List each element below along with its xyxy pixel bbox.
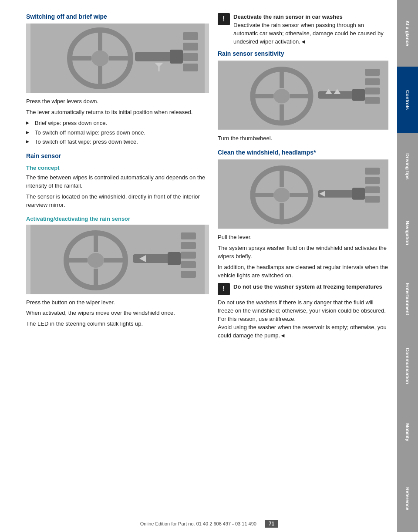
activating-para-1: Press the button on the wiper lever. — [26, 299, 209, 307]
svg-rect-38 — [352, 89, 365, 101]
sidebar-item-driving-tips[interactable]: Driving tips — [397, 133, 418, 200]
clean-para-3: In addition, the headlamps are cleaned a… — [218, 263, 388, 280]
svg-rect-56 — [365, 177, 380, 184]
svg-rect-25 — [181, 232, 196, 239]
svg-rect-11 — [183, 32, 198, 40]
svg-rect-53 — [352, 188, 365, 200]
sidebar-item-controls[interactable]: Controls — [397, 67, 418, 133]
activating-para-2: When activated, the wipers move over the… — [26, 309, 209, 317]
clean-windshield-image — [218, 159, 388, 229]
svg-rect-28 — [181, 261, 196, 268]
section-title-clean: Clean the windshield, headlamps* — [218, 149, 388, 156]
section-title-sensitivity: Rain sensor sensitivity — [218, 50, 388, 57]
svg-point-2 — [91, 51, 109, 66]
clean-para-1: Pull the lever. — [218, 233, 388, 242]
svg-rect-27 — [181, 252, 196, 259]
switching-para-1: Press the wiper levers down. — [26, 98, 209, 106]
warning-freezing: ! Do not use the washer system at freezi… — [218, 283, 388, 295]
section-title-switching: Switching off and brief wipe — [26, 13, 209, 20]
warning-icon-2: ! — [218, 283, 230, 295]
warning-car-wash: ! Deactivate the rain sensor in car wash… — [218, 13, 388, 46]
warning-freezing-title: Do not use the washer system at freezing… — [233, 283, 382, 290]
warning-car-wash-text: Deactivate the rain sensor in car washes… — [233, 13, 388, 46]
sidebar-item-at-a-glance[interactable]: At a glance — [397, 0, 418, 67]
page-number: 71 — [265, 520, 278, 528]
warning-car-wash-body: Deactivate the rain sensor when passing … — [233, 22, 384, 45]
svg-rect-14 — [183, 64, 198, 71]
concept-para-1: The time between wipes is controlled aut… — [26, 174, 209, 190]
warning-icon-1: ! — [218, 13, 230, 25]
list-item-brief-wipe: Brief wipe: press down once. — [26, 119, 209, 128]
svg-rect-26 — [181, 242, 196, 249]
wiper-lever-image — [26, 24, 209, 93]
switching-list: Brief wipe: press down once. To switch o… — [26, 119, 209, 147]
sidebar: At a glance Controls Driving tips Naviga… — [397, 0, 418, 532]
sidebar-item-communication[interactable]: Communication — [397, 333, 418, 399]
left-column: Switching off and brief wipe — [26, 13, 209, 506]
svg-rect-23 — [168, 252, 181, 265]
list-item-switch-normal: To switch off normal wipe: press down on… — [26, 129, 209, 137]
sensitivity-image — [218, 61, 388, 130]
sub-title-concept: The concept — [26, 165, 209, 171]
sidebar-item-mobility[interactable]: Mobility — [397, 399, 418, 466]
list-item-switch-fast: To switch off fast wipe: press down twic… — [26, 138, 209, 146]
rain-sensor-activation-image — [26, 225, 209, 294]
right-column: ! Deactivate the rain sensor in car wash… — [218, 13, 388, 506]
footer-text: Online Edition for Part no. 01 40 2 606 … — [140, 521, 256, 526]
section-title-rain-sensor: Rain sensor — [26, 152, 209, 159]
svg-rect-44 — [365, 97, 380, 104]
svg-rect-55 — [365, 168, 380, 175]
svg-point-17 — [88, 253, 104, 268]
svg-point-47 — [273, 188, 290, 202]
clean-para-2: The system sprays washer fluid on the wi… — [218, 244, 388, 261]
svg-rect-41 — [365, 69, 380, 76]
activating-para-3: The LED in the steering column stalk lig… — [26, 320, 209, 328]
svg-rect-42 — [365, 78, 380, 85]
warning-freezing-body: Do not use the washers if there is any d… — [218, 299, 388, 340]
sidebar-item-navigation[interactable]: Navigation — [397, 199, 418, 266]
concept-para-2: The sensor is located on the windshield,… — [26, 193, 209, 209]
svg-rect-12 — [183, 43, 198, 51]
svg-rect-58 — [365, 196, 380, 203]
svg-rect-43 — [365, 88, 380, 95]
warning-freezing-text: Do not use the washer system at freezing… — [233, 283, 388, 291]
switching-para-2: The lever automatically returns to its i… — [26, 108, 209, 117]
warning-car-wash-title: Deactivate the rain sensor in car washes — [233, 13, 343, 20]
svg-rect-57 — [365, 187, 380, 194]
svg-rect-8 — [170, 50, 183, 64]
svg-rect-13 — [183, 53, 198, 61]
sidebar-item-entertainment[interactable]: Entertainment — [397, 266, 418, 333]
svg-point-32 — [273, 89, 290, 104]
sub-title-activating: Activating/deactivating the rain sensor — [26, 215, 209, 222]
sensitivity-para: Turn the thumbwheel. — [218, 135, 388, 143]
page-footer: Online Edition for Part no. 01 40 2 606 … — [0, 517, 418, 528]
svg-rect-29 — [181, 271, 196, 278]
